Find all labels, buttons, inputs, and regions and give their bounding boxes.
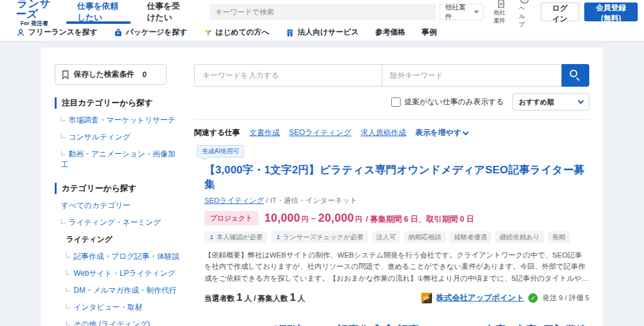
- job-description: 【依頼概要】弊社はWEBサイトの制作、WEBシステム開発を行う会社です。クライア…: [204, 249, 589, 284]
- help-icon: ?: [520, 0, 529, 4]
- no-proposal-filter[interactable]: 提案がない仕事のみ表示する: [391, 97, 504, 107]
- related-link-seo-writing[interactable]: SEOライティング: [289, 128, 352, 138]
- search-icon: [570, 70, 577, 77]
- job-listing-1: 生成AI使用可 【3,000字・1文字2円】ピラティス専門オウンドメディアSEO…: [194, 144, 589, 304]
- show-more-toggle[interactable]: 表示を増やす: [416, 128, 469, 138]
- nav-reference-prices[interactable]: 参考価格: [375, 27, 405, 38]
- tab-receive-work[interactable]: 仕事を受けたい: [133, 0, 198, 24]
- tag-repeat-orders: 継続依頼あり: [495, 231, 544, 243]
- nav-beginners-guide[interactable]: はじめての方へ: [204, 27, 270, 38]
- other-company-label: 他社案件: [494, 9, 509, 25]
- tag-long-term: 長期: [548, 231, 570, 243]
- nav-corporate-services[interactable]: 法人向けサービス: [286, 27, 358, 38]
- sidebar-link-dm-mailmag[interactable]: DM・メルマガ作成・制作代行: [66, 285, 182, 296]
- winners-label: 当選者数: [204, 293, 235, 304]
- tab-request-work[interactable]: 仕事を依頼したい: [64, 0, 133, 24]
- job-price: 10,000 円 ~ 20,000 円 / 募集期間 6 日、取引期間 0 日: [265, 212, 475, 225]
- nav-find-packages[interactable]: パッケージを探す: [114, 27, 187, 38]
- signup-button[interactable]: 会員登録 (無料): [584, 3, 638, 21]
- sidebar: 保存した検索条件 0 注目カテゴリーから探す 市場調査・マーケットリサーチ コン…: [55, 64, 182, 326]
- sidebar-link-all-categories[interactable]: すべてのカテゴリー: [61, 200, 182, 211]
- exclude-keyword-input[interactable]: [382, 64, 562, 87]
- category-separator: /: [266, 197, 268, 204]
- header-other-company-select[interactable]: 他社案件: [440, 4, 484, 20]
- filter-label: 提案がない仕事のみ表示する: [404, 97, 504, 107]
- recruits-unit: 人: [297, 293, 305, 304]
- job-title-link[interactable]: マーケティング関連のSEO記事作成【1記事4,000～5,000文字/1文字1円…: [204, 323, 589, 326]
- chevron-down-icon: [463, 129, 469, 135]
- categories-title: カテゴリーから探す: [55, 183, 182, 194]
- job-listing-2: マーケティング関連のSEO記事作成【1記事4,000～5,000文字/1文字1円…: [194, 323, 589, 326]
- saved-searches-count: 0: [143, 70, 147, 79]
- search-button[interactable]: [562, 64, 589, 87]
- divider: [194, 119, 589, 120]
- sidebar-link-video-animation[interactable]: 動画・アニメーション・画像加工: [61, 149, 182, 170]
- select-value: 他社案件: [445, 3, 472, 21]
- project-badge: プロジェクト: [204, 211, 258, 225]
- result-options-row: 提案がない仕事のみ表示する おすすめ順: [194, 93, 589, 111]
- sidebar-link-writing-naming[interactable]: ライティング・ネーミング: [61, 217, 182, 228]
- client-stats: 発注 9 / 評価 5: [542, 293, 589, 303]
- client-info: UP 株式会社アップポイント 発注 9 / 評価 5: [421, 293, 589, 303]
- sidebar-link-interview[interactable]: インタビュー・取材: [66, 302, 182, 313]
- job-title-link[interactable]: 【3,000字・1文字2円】ピラティス専門オウンドメディアSEO記事ライター募集: [204, 163, 589, 192]
- nav-find-freelancers[interactable]: フリーランスを探す: [16, 27, 97, 38]
- show-more-label: 表示を増やす: [416, 128, 462, 138]
- login-button[interactable]: ログイン: [541, 3, 579, 21]
- verified-check-icon: [528, 293, 538, 303]
- price-min: 10,000: [265, 212, 301, 225]
- job-tags-row: 本人確認が必要 ランサーズチェックが必要 法人可 納期応相談 経験者優遇 継続依…: [204, 231, 589, 243]
- sidebar-link-other-writing[interactable]: その他 (ライティング): [66, 319, 182, 326]
- section-title: 注目カテゴリーから探す: [62, 97, 153, 109]
- other-company-shortcut[interactable]: 他社案件: [494, 0, 509, 25]
- sidebar-link-consulting[interactable]: コンサルティング: [61, 132, 182, 143]
- section-title: カテゴリーから探す: [62, 183, 136, 194]
- person-icon: [209, 234, 214, 240]
- job-price-row: プロジェクト 10,000 円 ~ 20,000 円 / 募集期間 6 日、取引…: [204, 211, 589, 225]
- help-label: ヘルプ: [519, 4, 531, 29]
- no-proposal-checkbox[interactable]: [391, 97, 401, 107]
- winners-unit: 人: [244, 293, 252, 304]
- sidebar-link-web-lp-writing[interactable]: Webサイト・LPライティング: [66, 268, 182, 279]
- tag-label: ランサーズチェックが必要: [283, 233, 364, 242]
- client-logo: UP: [421, 293, 432, 303]
- tag-identity-verified: 本人確認が必要: [204, 231, 267, 243]
- job-search-bar: [194, 64, 589, 87]
- sidebar-link-article-writing[interactable]: 記事作成・ブログ記事・体験談: [66, 251, 182, 262]
- results-main: 提案がない仕事のみ表示する おすすめ順 関連する仕事 文書作成 SEOライティン…: [194, 64, 589, 326]
- winners-count: 1: [236, 291, 242, 304]
- job-category-link[interactable]: SEOライティング: [204, 197, 264, 204]
- chevron-down-icon: [474, 9, 479, 13]
- secondary-nav: フリーランスを探す パッケージを探す はじめての方へ 法人向けサービス 参考価格…: [0, 24, 644, 41]
- price-unit: 円: [301, 215, 308, 224]
- nav-label: 事例: [421, 27, 436, 38]
- keyword-input[interactable]: [194, 64, 382, 87]
- nav-label: フリーランスを探す: [28, 27, 97, 38]
- related-link-job-ad-writing[interactable]: 求人原稿作成: [361, 128, 406, 138]
- related-jobs-row: 関連する仕事 文書作成 SEOライティング 求人原稿作成 表示を増やす: [194, 128, 589, 138]
- tag-experienced-preferred: 経験者優遇: [450, 231, 492, 243]
- sort-order-select[interactable]: おすすめ順: [513, 93, 589, 111]
- nav-label: 法人向けサービス: [297, 27, 358, 38]
- lancers-logo[interactable]: ランサーズ For 発注者: [16, 0, 52, 26]
- price-tilde: ~: [311, 214, 316, 224]
- tag-label: 本人確認が必要: [216, 233, 263, 242]
- sidebar-link-market-research[interactable]: 市場調査・マーケットリサーチ: [61, 115, 182, 126]
- related-link-document-writing[interactable]: 文書作成: [250, 128, 280, 138]
- applicants-summary: 当選者数 1 人 / 募集人数 1 人: [204, 291, 305, 304]
- help-shortcut[interactable]: ? ヘルプ: [519, 0, 531, 29]
- content-panel: 保存した検索条件 0 注目カテゴリーから探す 市場調査・マーケットリサーチ コン…: [41, 48, 603, 326]
- separator: /: [253, 294, 255, 303]
- header-search-input[interactable]: [209, 4, 436, 20]
- job-footer: 当選者数 1 人 / 募集人数 1 人 UP 株式会社アップポイント: [204, 291, 589, 304]
- nav-case-studies[interactable]: 事例: [421, 27, 436, 38]
- client-name-link[interactable]: 株式会社アップポイント: [436, 293, 525, 303]
- tag-lancers-check: ランサーズチェックが必要: [271, 231, 368, 243]
- tag-corporate-ok: 法人可: [372, 231, 401, 243]
- sidebar-current-category: ライティング: [66, 234, 182, 245]
- saved-searches-label: 保存した検索条件: [74, 69, 135, 80]
- package-icon: [114, 28, 123, 37]
- saved-searches-button[interactable]: 保存した検索条件 0: [55, 64, 167, 85]
- nav-label: パッケージを探す: [126, 27, 187, 38]
- logo-text: ランサーズ: [15, 0, 53, 19]
